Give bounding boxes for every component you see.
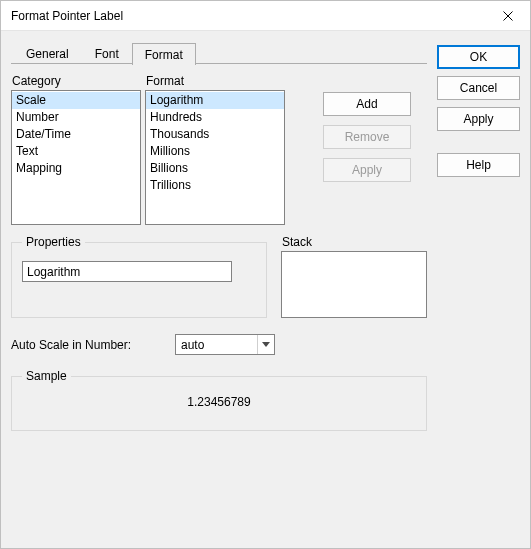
category-label: Category: [11, 74, 141, 88]
list-item[interactable]: Hundreds: [146, 109, 284, 126]
button-label: Cancel: [460, 81, 497, 95]
properties-group: Properties: [11, 235, 267, 318]
sample-value: 1.23456789: [187, 395, 250, 409]
close-button[interactable]: [485, 1, 530, 31]
combo-dropdown-button[interactable]: [257, 335, 274, 354]
svg-marker-2: [262, 342, 270, 347]
lists-row: Category ScaleNumberDate/TimeTextMapping…: [11, 74, 427, 225]
sample-legend: Sample: [22, 369, 71, 383]
right-button-column: OK Cancel Apply Help: [437, 41, 520, 538]
category-column: Category ScaleNumberDate/TimeTextMapping: [11, 74, 141, 225]
combo-value: auto: [176, 338, 257, 352]
format-listbox[interactable]: LogarithmHundredsThousandsMillionsBillio…: [145, 90, 285, 225]
list-item[interactable]: Logarithm: [146, 92, 284, 109]
title-bar: Format Pointer Label: [1, 1, 530, 31]
button-label: Apply: [352, 163, 382, 177]
list-item[interactable]: Date/Time: [12, 126, 140, 143]
tab-format[interactable]: Format: [132, 43, 196, 65]
list-item[interactable]: Trillions: [146, 177, 284, 194]
help-button[interactable]: Help: [437, 153, 520, 177]
window-title: Format Pointer Label: [11, 9, 485, 23]
button-label: Apply: [463, 112, 493, 126]
close-icon: [503, 11, 513, 21]
tab-font[interactable]: Font: [82, 43, 132, 64]
spacer: [437, 138, 520, 146]
tab-body-format: Category ScaleNumberDate/TimeTextMapping…: [11, 64, 427, 538]
autoscale-combo[interactable]: auto: [175, 334, 275, 355]
tab-general[interactable]: General: [13, 43, 82, 64]
tab-label: Font: [95, 47, 119, 61]
stack-label: Stack: [281, 235, 427, 249]
button-label: Help: [466, 158, 491, 172]
list-buttons: Add Remove Apply: [323, 74, 411, 225]
properties-input[interactable]: [22, 261, 232, 282]
button-label: OK: [470, 50, 487, 64]
tab-label: Format: [145, 48, 183, 62]
list-item[interactable]: Text: [12, 143, 140, 160]
chevron-down-icon: [262, 342, 270, 347]
cancel-button[interactable]: Cancel: [437, 76, 520, 100]
autoscale-row: Auto Scale in Number: auto: [11, 334, 427, 355]
ok-button[interactable]: OK: [437, 45, 520, 69]
format-column: Format LogarithmHundredsThousandsMillion…: [145, 74, 285, 225]
list-item[interactable]: Thousands: [146, 126, 284, 143]
add-button[interactable]: Add: [323, 92, 411, 116]
apply-button[interactable]: Apply: [437, 107, 520, 131]
category-listbox[interactable]: ScaleNumberDate/TimeTextMapping: [11, 90, 141, 225]
properties-stack-row: Properties Stack: [11, 235, 427, 318]
dialog-window: Format Pointer Label General Font Format: [0, 0, 531, 549]
list-item[interactable]: Millions: [146, 143, 284, 160]
list-item[interactable]: Number: [12, 109, 140, 126]
properties-legend: Properties: [22, 235, 85, 249]
apply-format-button: Apply: [323, 158, 411, 182]
tab-label: General: [26, 47, 69, 61]
format-label: Format: [145, 74, 285, 88]
button-label: Remove: [345, 130, 390, 144]
sample-group: Sample 1.23456789: [11, 369, 427, 431]
tab-strip: General Font Format: [11, 41, 427, 64]
list-item[interactable]: Mapping: [12, 160, 140, 177]
button-label: Add: [356, 97, 377, 111]
stack-column: Stack: [281, 235, 427, 318]
client-area: General Font Format Category ScaleNumber…: [1, 31, 530, 548]
main-column: General Font Format Category ScaleNumber…: [11, 41, 437, 538]
tab-underline: [11, 63, 427, 64]
autoscale-label: Auto Scale in Number:: [11, 338, 161, 352]
remove-button: Remove: [323, 125, 411, 149]
list-item[interactable]: Billions: [146, 160, 284, 177]
list-item[interactable]: Scale: [12, 92, 140, 109]
stack-listbox[interactable]: [281, 251, 427, 318]
